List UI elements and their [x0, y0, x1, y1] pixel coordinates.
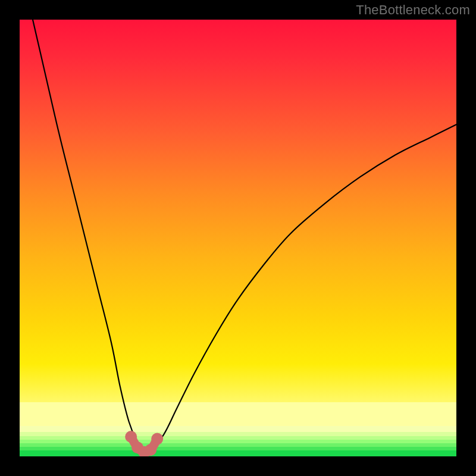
background-gradient — [20, 20, 456, 402]
plot-area — [20, 20, 456, 456]
color-band — [20, 432, 456, 436]
watermark-text: TheBottleneck.com — [356, 2, 470, 18]
chart-frame: TheBottleneck.com — [0, 0, 476, 476]
color-band — [20, 450, 456, 456]
color-band — [20, 402, 456, 426]
color-band — [20, 426, 456, 432]
